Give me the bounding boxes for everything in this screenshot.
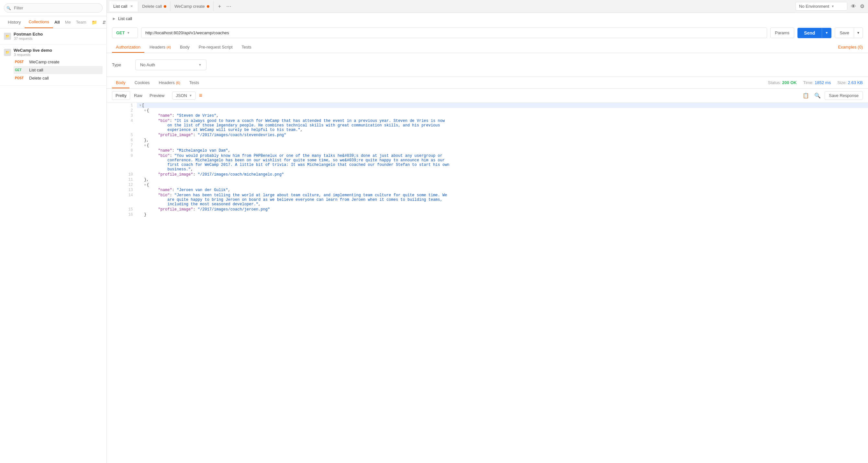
collection-requests-wecamp: POST WeCamp create GET List call POST De… <box>13 58 102 82</box>
table-row: 6 }, <box>107 138 868 143</box>
save-btn-group: Save ▼ <box>835 28 863 38</box>
request-item-wecamp-create[interactable]: POST WeCamp create <box>13 58 102 66</box>
collapse-arrow-icon[interactable]: ▼ <box>144 183 146 187</box>
resp-tab-body[interactable]: Body <box>112 77 129 88</box>
filter-team[interactable]: Team <box>75 20 88 25</box>
url-input[interactable] <box>141 28 767 38</box>
line-number: 12 <box>107 183 137 188</box>
tab-prerequest[interactable]: Pre-request Script <box>195 41 237 53</box>
collection-header-postman-echo[interactable]: 📁 Postman Echo 37 requests <box>4 32 102 40</box>
method-selector[interactable]: GET ▼ <box>112 28 138 38</box>
params-button[interactable]: Params <box>770 28 795 38</box>
table-row: 2 ▼{ <box>107 108 868 113</box>
collection-name-postman-echo: Postman Echo <box>13 32 43 37</box>
request-name-delete-call: Delete call <box>29 76 49 80</box>
tab-bar: List call ✕ Delete call WeCamp create + … <box>107 0 868 13</box>
table-row: 7 ▼{ <box>107 143 868 148</box>
tab-headers-count: (4) <box>167 45 171 49</box>
table-row: 9 "bio": "You would probably know him fr… <box>107 153 868 172</box>
new-folder-icon[interactable]: 📁 <box>90 19 98 26</box>
collapse-arrow-icon[interactable]: ▼ <box>140 104 142 107</box>
resp-tab-headers-label: Headers <box>159 80 175 85</box>
tab-close-list-call[interactable]: ✕ <box>129 4 134 9</box>
size-label: Size: <box>837 80 847 85</box>
request-item-list-call[interactable]: GET List call <box>13 66 102 74</box>
time-value: 1852 ms <box>815 80 831 85</box>
collection-header-wecamp[interactable]: 📁 WeCamp live demo 3 requests <box>4 48 102 57</box>
search-response-button[interactable]: 🔍 <box>813 91 822 100</box>
line-content: ▼{ <box>137 183 868 188</box>
line-number: 6 <box>107 138 137 143</box>
tab-list-call[interactable]: List call ✕ <box>110 1 138 11</box>
tab-wecamp-create[interactable]: WeCamp create <box>170 1 214 11</box>
code-viewer: 1 ▼[ 2 ▼{ 3 "name": "Steven de Vries", 4 <box>107 103 868 463</box>
more-tabs-button[interactable]: ⋯ <box>224 2 234 11</box>
line-content: "profile_image": "/2017/images/coach/jer… <box>137 207 868 212</box>
auth-type-value: No Auth <box>140 62 155 67</box>
gear-icon[interactable]: ⚙ <box>859 2 865 10</box>
search-input[interactable] <box>4 3 102 12</box>
method-badge-post-delete: POST <box>15 76 27 80</box>
size-value: 2.63 KB <box>848 80 863 85</box>
sidebar-search-area <box>0 0 106 16</box>
tab-authorization[interactable]: Authorization <box>112 41 144 53</box>
breadcrumb-arrow-icon: ► <box>112 16 116 21</box>
sidebar-filter: All Me Team 📁 ⇵ <box>53 19 107 26</box>
method-badge-post: POST <box>15 60 27 64</box>
examples-link[interactable]: Examples (0) <box>838 45 863 49</box>
eye-icon[interactable]: 👁 <box>850 3 857 10</box>
tab-delete-call-label: Delete call <box>142 4 162 9</box>
send-arrow-button[interactable]: ▼ <box>822 28 832 38</box>
save-button[interactable]: Save <box>835 28 854 38</box>
env-dropdown[interactable]: No Environment ▼ <box>796 2 847 11</box>
collection-count-postman-echo: 37 requests <box>14 37 43 40</box>
collection-name-wecamp: WeCamp live demo <box>13 48 52 53</box>
save-response-button[interactable]: Save Response <box>825 91 863 100</box>
resp-format-arrow-icon: ▼ <box>189 94 192 97</box>
tab-actions: + ⋯ <box>216 2 234 11</box>
collapse-arrow-icon[interactable]: ▼ <box>144 144 146 147</box>
table-row: 10 "profile_image": "/2017/images/coach/… <box>107 172 868 177</box>
env-selector: No Environment ▼ 👁 ⚙ <box>796 2 865 11</box>
filter-me[interactable]: Me <box>64 20 72 25</box>
resp-wrap-button[interactable]: ≡ <box>199 92 203 99</box>
sidebar: History Collections All Me Team 📁 ⇵ 📁 Po… <box>0 0 107 463</box>
line-number: 9 <box>107 153 137 172</box>
table-row: 13 "name": "Jeroen van der Gulik", <box>107 188 868 193</box>
resp-tab-headers[interactable]: Headers (6) <box>155 77 184 88</box>
sort-icon[interactable]: ⇵ <box>101 19 107 26</box>
add-tab-button[interactable]: + <box>216 2 223 11</box>
line-content: } <box>137 212 868 217</box>
resp-format-selector[interactable]: JSON ▼ <box>172 92 196 100</box>
sidebar-tabs: History Collections All Me Team 📁 ⇵ <box>0 16 106 28</box>
tab-headers[interactable]: Headers (4) <box>146 41 175 53</box>
save-arrow-button[interactable]: ▼ <box>854 28 863 38</box>
resp-tab-tests[interactable]: Tests <box>185 77 203 88</box>
line-content: "profile_image": "/2017/images/coach/mic… <box>137 172 868 177</box>
table-row: 5 "profile_image": "/2017/images/coach/s… <box>107 133 868 138</box>
tab-dot-wecamp <box>207 5 209 8</box>
line-content: ▼{ <box>137 108 868 113</box>
line-content: "bio": "It is always good to have a coac… <box>137 118 868 133</box>
request-item-delete-call[interactable]: POST Delete call <box>13 74 102 82</box>
resp-tab-cookies[interactable]: Cookies <box>131 77 154 88</box>
tab-delete-call[interactable]: Delete call <box>138 1 170 11</box>
line-number: 10 <box>107 172 137 177</box>
filter-all[interactable]: All <box>53 20 61 25</box>
tab-history[interactable]: History <box>4 16 25 28</box>
line-content: "bio": "Jeroen has been telling the worl… <box>137 193 868 207</box>
send-button[interactable]: Send <box>798 28 822 38</box>
main-panel: List call ✕ Delete call WeCamp create + … <box>107 0 868 463</box>
resp-body-tab-pretty[interactable]: Pretty <box>112 91 130 100</box>
copy-response-button[interactable]: 📋 <box>801 91 810 100</box>
collapse-arrow-icon[interactable]: ▼ <box>144 109 146 112</box>
tab-collections[interactable]: Collections <box>25 16 53 28</box>
auth-type-dropdown[interactable]: No Auth ▼ <box>135 60 207 70</box>
line-content: "name": "Steven de Vries", <box>137 113 868 118</box>
line-number: 14 <box>107 193 137 207</box>
resp-body-tab-preview[interactable]: Preview <box>146 92 168 100</box>
tab-tests[interactable]: Tests <box>238 41 255 53</box>
resp-body-tab-raw[interactable]: Raw <box>131 92 146 100</box>
table-row: 16 } <box>107 212 868 217</box>
tab-body[interactable]: Body <box>176 41 193 53</box>
